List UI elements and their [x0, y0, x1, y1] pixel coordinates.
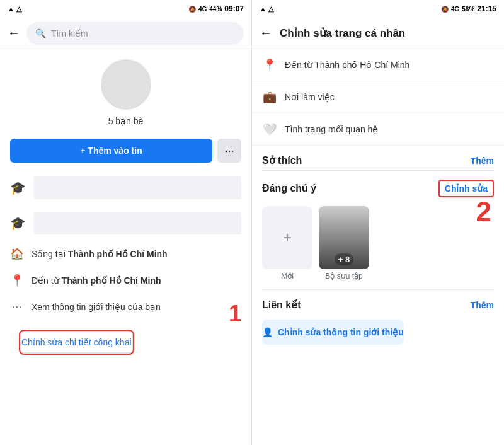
collection-count: + 8	[335, 253, 353, 265]
graduation-icon-1: 🎓	[10, 180, 26, 195]
right-battery: 56%	[462, 6, 474, 13]
more-icon: ···	[10, 300, 24, 313]
right-relationship-text: Tình trạng mối quan hệ	[285, 124, 378, 134]
left-avatar	[101, 59, 151, 110]
placeholder-line-2: 🎓	[0, 205, 251, 241]
home-city: Thành phố Hồ Chí Minh	[68, 249, 168, 259]
info-text-more: Xem thông tin giới thiệu của bạn	[32, 302, 241, 312]
right-alert-icons: ▲ △	[260, 5, 273, 13]
edit-intro-button[interactable]: 👤 Chỉnh sửa thông tin giới thiệu	[262, 320, 404, 345]
placeholder-box-2	[33, 212, 241, 234]
left-status-right: 🔕 4G 44% 09:07	[188, 4, 244, 13]
photo-grid: + Mới + 8 Bộ sưu tập	[252, 201, 504, 289]
dangchuY-chinh-sua-button[interactable]: Chỉnh sửa	[438, 180, 494, 197]
right-mute-icon: 🔕	[441, 6, 449, 13]
right-status-right: 🔕 4G 56% 21:15	[441, 4, 496, 13]
right-panel: ▲ △ 🔕 4G 56% 21:15 ← Chỉnh sửa trang cá …	[252, 0, 504, 445]
right-status-icons: ▲ △	[260, 5, 273, 13]
left-alert-icons: ▲ △	[8, 5, 21, 13]
friends-count: 5 bạn bè	[10, 116, 241, 126]
info-text-home: Sống tại Thành phố Hồ Chí Minh	[32, 249, 241, 259]
new-photo-label: Mới	[262, 269, 312, 280]
right-time: 21:15	[477, 4, 496, 13]
lienket-title: Liên kết	[262, 299, 301, 311]
dangchuY-title: Đáng chú ý	[262, 183, 316, 194]
new-photo-item: + Mới	[262, 206, 312, 280]
left-panel: ▲ △ 🔕 4G 44% 09:07 ← 🔍 Tìm kiếm 5 bạn bè…	[0, 0, 252, 445]
new-photo-button[interactable]: +	[262, 206, 312, 269]
edit-intro-icon: 👤	[262, 327, 273, 337]
placeholder-box-1	[33, 176, 241, 199]
collection-label: Bộ sưu tập	[319, 269, 369, 280]
right-work-icon: 💼	[262, 90, 277, 104]
home-icon: 🏠	[10, 247, 24, 261]
right-content: 📍 Đến từ Thành phố Hồ Chí Minh 💼 Nơi làm…	[252, 49, 504, 445]
placeholder-line-1: 🎓	[0, 170, 251, 205]
number-badge-1: 1	[229, 301, 241, 327]
left-status-bar: ▲ △ 🔕 4G 44% 09:07	[0, 0, 251, 18]
right-location-icon: 📍	[262, 58, 277, 72]
left-info-list: 🏠 Sống tại Thành phố Hồ Chí Minh 📍 Đến t…	[0, 241, 251, 320]
lienket-section-header: Liên kết Thêm	[252, 290, 504, 315]
sothich-title: Sở thích	[262, 154, 302, 166]
collection-photo-item: + 8 Bộ sưu tập	[319, 206, 369, 280]
right-page-title: Chỉnh sửa trang cá nhân	[280, 26, 405, 40]
graduation-icon-2: 🎓	[10, 216, 26, 231]
left-signal: 4G	[198, 6, 207, 13]
dangchuY-section-header: Đáng chú ý Chỉnh sửa	[252, 171, 504, 201]
collection-thumb[interactable]: + 8	[319, 206, 369, 269]
right-work-text: Nơi làm việc	[285, 92, 335, 102]
sothich-them-button[interactable]: Thêm	[471, 156, 494, 166]
from-city: Thành phố Hồ Chí Minh	[62, 275, 161, 286]
add-to-story-button[interactable]: + Thêm vào tin	[10, 139, 212, 163]
edit-intro-label: Chỉnh sửa thông tin giới thiệu	[278, 327, 404, 337]
info-item-from: 📍 Đến từ Thành phố Hồ Chí Minh	[10, 267, 241, 294]
right-from-text: Đến từ Thành phố Hồ Chí Minh	[285, 60, 410, 70]
left-search-box[interactable]: 🔍 Tìm kiếm	[26, 22, 244, 45]
left-back-button[interactable]: ←	[8, 26, 20, 40]
more-options-button[interactable]: ···	[217, 139, 241, 163]
info-item-more[interactable]: ··· Xem thông tin giới thiệu của bạn	[10, 294, 241, 320]
left-action-buttons: + Thêm vào tin ···	[0, 139, 251, 170]
info-item-home: 🏠 Sống tại Thành phố Hồ Chí Minh	[10, 241, 241, 267]
right-info-from: 📍 Đến từ Thành phố Hồ Chí Minh	[252, 49, 504, 81]
edit-public-container: Chỉnh sửa chi tiết công khai	[10, 325, 241, 360]
right-heart-icon: 🤍	[262, 122, 277, 136]
dangchuY-container: Đáng chú ý Chỉnh sửa 2 + Mới + 8 Bộ sưu …	[252, 171, 504, 289]
right-info-relationship: 🤍 Tình trạng mối quan hệ	[252, 113, 504, 146]
number-badge-2: 2	[476, 196, 491, 228]
right-status-bar: ▲ △ 🔕 4G 56% 21:15	[252, 0, 504, 18]
left-nav-bar: ← 🔍 Tìm kiếm	[0, 18, 251, 49]
lienket-them-button[interactable]: Thêm	[471, 300, 494, 310]
left-profile-area: 5 bạn bè	[0, 49, 251, 139]
right-back-button[interactable]: ←	[260, 26, 272, 40]
search-icon: 🔍	[35, 28, 46, 38]
plus-icon: +	[283, 229, 292, 246]
right-nav-bar: ← Chỉnh sửa trang cá nhân	[252, 18, 504, 49]
right-signal: 4G	[451, 6, 459, 13]
sothich-section-header: Sở thích Thêm	[252, 146, 504, 170]
left-battery: 44%	[209, 6, 222, 13]
left-time: 09:07	[224, 4, 244, 13]
location-icon-left: 📍	[10, 274, 24, 287]
left-mute-icon: 🔕	[188, 6, 196, 13]
edit-public-button[interactable]: Chỉnh sửa chi tiết công khai	[20, 331, 133, 354]
search-placeholder: Tìm kiếm	[51, 28, 88, 38]
right-info-work: 💼 Nơi làm việc	[252, 81, 504, 113]
info-text-from: Đến từ Thành phố Hồ Chí Minh	[32, 275, 241, 286]
left-status-icons: ▲ △	[8, 5, 21, 13]
